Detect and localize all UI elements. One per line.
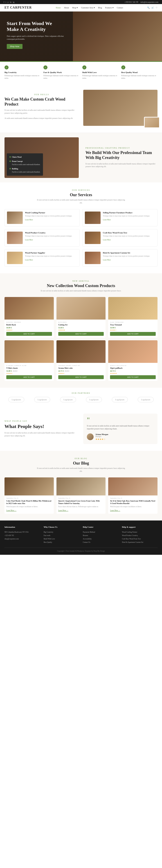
blog-info-2: September 21st, 21 Quseck's Inspirationa… <box>56 495 106 514</box>
blog-card-1: September 21st, 21 Color Find Mostly Clo… <box>4 477 54 514</box>
partner-1: Logolpsum <box>8 397 24 402</box>
blog-info-1: September 21st, 21 Color Find Mostly Clo… <box>4 495 54 514</box>
cart-icon[interactable]: 🛒 <box>152 6 154 9</box>
footer-col-help: Help Center Payments Method Returns Acce… <box>83 526 118 544</box>
feature-3: ✓ Build With Love Pellentesque habitant … <box>82 65 119 80</box>
footer-col-support: Help & support Wood Crafting Partner Woo… <box>122 526 158 544</box>
footer-support-2[interactable]: Wood Product Creativy <box>122 534 158 537</box>
product-info-1: Dining Drinks Bottle Rack 44.00 $ ★★★★☆ … <box>4 319 54 338</box>
service-link-5[interactable]: Learn More <box>25 259 33 261</box>
blog-header: OUR BLOG Our Blog Et non sed nisi in nul… <box>4 458 158 473</box>
nav-blog[interactable]: Blog <box>98 6 102 9</box>
feature-desc-3: Pellentesque habitant morbi tristique se… <box>82 74 119 80</box>
partner-2: Logolpsum <box>34 397 50 402</box>
wishlist-icon[interactable]: ♡ <box>156 6 158 9</box>
nav-contact[interactable]: Contact <box>117 6 123 9</box>
service-card-2: Selling Partner Furniture Product Tristi… <box>82 209 158 226</box>
testimonials-desc: Et non sed nisi in nulla facilisis at nu… <box>4 432 79 437</box>
footer-why-3[interactable]: Build With Love <box>44 537 79 540</box>
in-icon[interactable]: in <box>10 1 11 3</box>
product-old-price-4: 40.00 $ <box>12 370 17 372</box>
footer-grid: Information 905 Columbia Boulevard, NY U… <box>4 526 158 544</box>
footer-help-4[interactable]: Contact Us <box>83 540 118 544</box>
hero-content: Start From Wood We Make A Creativity Dui… <box>7 21 65 49</box>
footer-why-1[interactable]: Big Creativity <box>44 530 79 534</box>
fb-icon[interactable]: f <box>4 1 4 3</box>
ig-icon[interactable]: ig <box>13 1 14 3</box>
service-link-1[interactable]: Learn More <box>25 219 33 221</box>
product-image-2 <box>56 297 106 319</box>
footer-address[interactable]: 905 Columbia Boulevard, NY USA <box>4 530 40 534</box>
service-image-5 <box>7 252 23 264</box>
add-to-cart-5[interactable]: ADD TO CART <box>58 375 104 379</box>
blog-image-3 <box>108 477 158 495</box>
footer-why-2[interactable]: Fast work <box>44 534 79 537</box>
product-price-1: 44.00 $ <box>6 327 12 329</box>
professional-image: Choice Wood Drum ConceptFacilisi at null… <box>4 137 79 178</box>
footer-email[interactable]: shop@carpenter.com <box>4 537 40 540</box>
yt-icon[interactable]: y <box>8 1 9 3</box>
main-nav: ET CARPENTER Home About Shop ▾ Customer … <box>0 4 162 11</box>
blog-date-2: September 21st, 21 <box>58 497 104 499</box>
product-info-5: Aroma Shirt coke by Aroma Shirt coke 24.… <box>56 363 106 381</box>
service-link-2[interactable]: Learn More <box>103 219 111 221</box>
search-icon[interactable]: 🔍 <box>147 6 150 9</box>
tw-icon[interactable]: t <box>6 1 6 3</box>
blog-link-2[interactable]: Learn More → <box>58 509 69 512</box>
product-label-4: T-Shirt simple Slim <box>6 365 52 367</box>
product-accent-image <box>144 117 160 128</box>
product-old-price-5: 35.00 $ <box>65 370 69 372</box>
hero-cta-button[interactable]: Shop Now <box>7 44 23 49</box>
feature-2: ✓ Fast & Quality Work Pellentesque habit… <box>43 65 80 80</box>
service-title-3: Wood Product Creativy <box>25 231 72 234</box>
product-name-6: Zipici pullback <box>110 367 156 369</box>
top-bar: f t y in ig +359 811 541 99 info@etcarpe… <box>0 0 162 4</box>
footer-help-1[interactable]: Payments Method <box>83 530 118 534</box>
feature-title-2: Fast & Quality Work <box>43 71 80 73</box>
blog-link-1[interactable]: Learn More → <box>6 509 16 512</box>
custom-product-title: We Can Make Custom Craft Wood Product <box>4 97 79 107</box>
partner-5: Logolpsum <box>112 397 128 402</box>
overlay-item-2: Drum ConceptFacilisi at nulla amet males… <box>9 160 40 166</box>
nav-customer[interactable]: Customer Area ▾ <box>81 6 95 9</box>
footer-support-4[interactable]: Hotel & Apartment Custom Set <box>122 540 158 544</box>
service-image-2 <box>85 212 100 224</box>
custom-product-text: OUR SKILLS We Can Make Custom Craft Wood… <box>4 94 79 122</box>
nav-features[interactable]: Features ▾ <box>105 6 114 9</box>
service-image-3 <box>7 231 23 244</box>
service-link-4[interactable]: Learn More <box>103 239 111 241</box>
nav-shop[interactable]: Shop ▾ <box>72 6 78 9</box>
nav-about[interactable]: About <box>64 6 69 9</box>
nav-home[interactable]: Home <box>56 6 61 9</box>
product-name-4: T-Shirt classic <box>6 367 52 369</box>
service-title-6: Hotel & Apartment Custom Set <box>103 252 150 254</box>
add-to-cart-6[interactable]: ADD TO CART <box>110 375 156 379</box>
add-to-cart-1[interactable]: ADD TO CART <box>6 332 52 336</box>
footer-help-3[interactable]: Accessibility <box>83 537 118 540</box>
add-to-cart-2[interactable]: ADD TO CART <box>58 332 104 336</box>
services-grid: Wood Crafting Partner Tristique diam in … <box>4 209 158 267</box>
blog-card-3: September 21st, 21 Sir It In Talent Ugly… <box>108 477 158 514</box>
service-title-1: Wood Crafting Partner <box>25 212 72 214</box>
product-info-4: T-Shirt simple Slim T-Shirt classic 32.0… <box>4 363 54 381</box>
service-info-5: Wood Partner Supplier Tristique diam in … <box>25 252 72 264</box>
product-rating-3: ★★★★☆ <box>110 329 156 331</box>
footer-help-2[interactable]: Returns <box>83 534 118 537</box>
blog-post-title-1: Color Find Mostly Cloak Wood St Billion … <box>6 500 52 505</box>
service-link-6[interactable]: Learn More <box>103 259 111 261</box>
service-link-3[interactable]: Learn More <box>25 239 33 241</box>
footer-support-3[interactable]: Craft Raw Wood From Tree <box>122 537 158 540</box>
blog-title: Our Blog <box>4 461 158 466</box>
blog-link-3[interactable]: Learn More → <box>110 509 120 512</box>
add-to-cart-4[interactable]: ADD TO CART <box>6 375 52 379</box>
feature-icon-4: ✓ <box>121 65 125 69</box>
custom-product-desc1: Et non sed nisi in nulla facilisis at nu… <box>4 109 79 115</box>
logo: ET CARPENTER <box>4 6 32 9</box>
footer-support-1[interactable]: Wood Crafting Partner <box>122 530 158 534</box>
footer-phone[interactable]: +323 439 765 <box>4 534 40 537</box>
feature-title-3: Build With Love <box>82 71 119 73</box>
footer-why-4[interactable]: Best Quality <box>44 540 79 544</box>
add-to-cart-3[interactable]: ADD TO CART <box>110 332 156 336</box>
product-rating-2: ★★★★★ <box>58 329 104 331</box>
product-label-5: Aroma Shirt coke by <box>58 365 104 367</box>
